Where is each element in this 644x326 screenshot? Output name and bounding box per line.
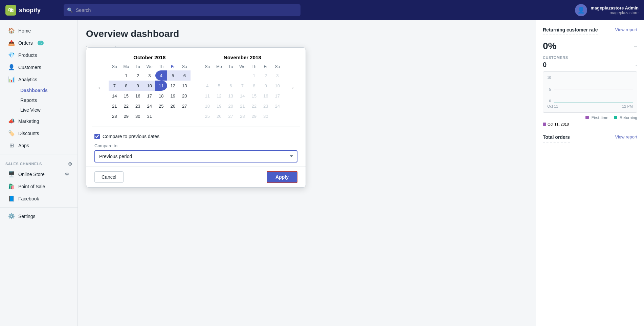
oct-day-7[interactable]: 7: [109, 81, 120, 91]
nov-day-16: 16: [260, 91, 272, 101]
total-orders-title: Total orders: [543, 134, 570, 143]
total-orders-view-report[interactable]: View report: [615, 134, 637, 139]
search-input[interactable]: [64, 4, 301, 16]
compare-select[interactable]: Previous period Previous year: [94, 150, 297, 162]
sidebar-item-orders[interactable]: 📥 Orders 5: [3, 37, 75, 49]
returning-legend-label: Returning: [620, 115, 637, 120]
sidebar-item-products-label: Products: [18, 52, 37, 58]
nov-day-21: 21: [237, 101, 248, 111]
sidebar-item-analytics[interactable]: 📊 Analytics: [3, 73, 75, 85]
sidebar-item-facebook[interactable]: 📘 Facebook: [3, 193, 75, 204]
sidebar-item-customers[interactable]: 👤 Customers: [3, 61, 75, 73]
nov-day-30: 30: [260, 111, 272, 121]
compare-checkbox[interactable]: [94, 134, 100, 139]
nov-day-5: 5: [213, 81, 225, 91]
oct-day-17[interactable]: 17: [144, 91, 156, 101]
cancel-button[interactable]: Cancel: [94, 171, 124, 183]
sidebar-item-discounts[interactable]: 🏷️ Discounts: [3, 127, 75, 139]
oct-day-13[interactable]: 13: [179, 81, 191, 91]
oct-day-26[interactable]: 26: [167, 101, 179, 111]
returning-rate-title: Returning customer rate: [543, 27, 598, 35]
sidebar-item-products[interactable]: 💎 Products: [3, 49, 75, 61]
sidebar-item-settings[interactable]: ⚙️ Settings: [3, 210, 75, 222]
oct-day-23[interactable]: 23: [132, 101, 144, 111]
returning-rate-view-report[interactable]: View report: [615, 27, 637, 32]
sidebar-item-home[interactable]: 🏠 Home: [3, 25, 75, 37]
nov-day-2: 2: [260, 70, 272, 81]
oct-day-2[interactable]: 2: [132, 70, 144, 81]
oct-day-16[interactable]: 16: [132, 91, 144, 101]
oct-day-4[interactable]: 4: [155, 70, 167, 81]
sidebar-item-apps[interactable]: ⊞ Apps: [3, 139, 75, 151]
oct-day-18[interactable]: 18: [155, 91, 167, 101]
search-bar[interactable]: 🔍: [64, 4, 301, 16]
sidebar-divider-2: [0, 207, 77, 208]
sidebar-item-live-view[interactable]: Live View: [18, 105, 75, 115]
add-channel-icon[interactable]: ⊕: [68, 161, 72, 167]
nov-tue: Tu: [225, 63, 237, 70]
cal-divider: [92, 127, 300, 127]
layout: 🏠 Home 📥 Orders 5 💎 Products 👤 Customers…: [0, 20, 644, 326]
logo[interactable]: 🛍 shopify: [5, 5, 60, 16]
customers-icon: 👤: [8, 64, 15, 70]
sidebar-item-online-store[interactable]: 🖥️ Online Store 👁: [3, 168, 75, 180]
nov-wed: We: [237, 63, 248, 70]
orders-badge: 5: [38, 41, 44, 45]
oct-day-25[interactable]: 25: [155, 101, 167, 111]
oct-day-28[interactable]: 28: [109, 111, 120, 121]
oct-day-24[interactable]: 24: [144, 101, 156, 111]
oct-day-19[interactable]: 19: [167, 91, 179, 101]
nov-day-11: 11: [202, 91, 214, 101]
oct-day-29[interactable]: 29: [120, 111, 132, 121]
oct-day-8[interactable]: 8: [120, 81, 132, 91]
nov-thu: Th: [248, 63, 260, 70]
sidebar-item-reports[interactable]: Reports: [18, 95, 75, 105]
eye-icon: 👁: [65, 172, 69, 177]
oct-day-6[interactable]: 6: [179, 70, 191, 81]
returning-rate-card: Returning customer rate View report 0% –…: [543, 27, 637, 126]
oct-day-1[interactable]: 1: [120, 70, 132, 81]
home-icon: 🏠: [8, 27, 15, 34]
oct-day-21[interactable]: 21: [109, 101, 120, 111]
oct-day-empty: [109, 70, 120, 81]
oct-day-30[interactable]: 30: [132, 111, 144, 121]
customers-metric-row: 0 -: [543, 61, 637, 69]
nov-day-1: 1: [248, 70, 260, 81]
chart-legend: First-time Returning: [543, 115, 637, 120]
avatar: 👤: [575, 4, 587, 16]
oct-day-15[interactable]: 15: [120, 91, 132, 101]
returning-legend: Returning: [614, 115, 637, 120]
sidebar-item-marketing[interactable]: 📣 Marketing: [3, 115, 75, 127]
oct-day-14[interactable]: 14: [109, 91, 120, 101]
prev-month-button[interactable]: ←: [94, 83, 106, 93]
calendar-scroll[interactable]: ← October 2018 Su Mo Tu We Th Fr Sa: [86, 48, 306, 167]
nov-day-17: 17: [272, 91, 284, 101]
customers-chart: 10 5 0 Oct 11 12 PM: [543, 71, 637, 113]
compare-checkbox-label[interactable]: Compare to previous dates: [103, 134, 159, 139]
oct-day-9[interactable]: 9: [132, 81, 144, 91]
oct-day-31[interactable]: 31: [144, 111, 156, 121]
marketing-icon: 📣: [8, 118, 15, 124]
apply-button[interactable]: Apply: [267, 171, 297, 183]
oct-day-10[interactable]: 10: [144, 81, 156, 91]
y-label-0: 0: [547, 99, 551, 103]
oct-day-22[interactable]: 22: [120, 101, 132, 111]
oct-day-20[interactable]: 20: [179, 91, 191, 101]
period-dot: [543, 123, 546, 126]
nov-sun: Su: [202, 63, 214, 70]
user-menu[interactable]: 👤 mageplazastore Admin mageplazastore: [575, 4, 639, 16]
sales-channels-label: SALES CHANNELS: [5, 162, 42, 166]
oct-day-5[interactable]: 5: [167, 70, 179, 81]
sidebar-item-dashboards[interactable]: Dashboards: [18, 86, 75, 95]
oct-day-3[interactable]: 3: [144, 70, 156, 81]
customers-sub-label: CUSTOMERS: [543, 56, 637, 60]
next-month-button[interactable]: →: [286, 83, 297, 93]
sidebar-item-point-of-sale[interactable]: 🛍️ Point of Sale: [3, 180, 75, 192]
sidebar-item-discounts-label: Discounts: [18, 131, 39, 136]
oct-day-12[interactable]: 12: [167, 81, 179, 91]
nov-day-9: 9: [260, 81, 272, 91]
oct-day-11[interactable]: 11: [155, 81, 167, 91]
oct-day-27[interactable]: 27: [179, 101, 191, 111]
nov-day-24: 24: [272, 101, 284, 111]
x-label-oct11: Oct 11: [547, 104, 558, 108]
